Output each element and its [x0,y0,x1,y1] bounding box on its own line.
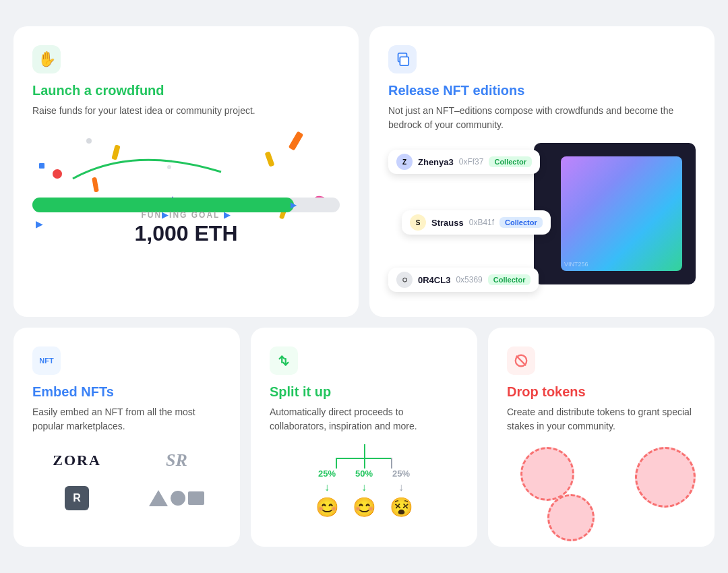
username-2: Strauss [431,218,464,228]
funding-goal-amount: 1,000 ETH [32,221,340,246]
collector-tag-2: Collector [499,217,543,228]
embed-logos: ZORA SR R [32,447,221,512]
emoji-1: 😊 [315,496,339,518]
split-branches: 25% ↓ 😊 50% ↓ 😊 25% ↓ 😵 [315,469,413,518]
bottom-row: NFT Embed NFTs Easily embed an NFT from … [13,328,715,547]
svg-rect-1 [400,57,408,65]
crowdfund-visual: ▶ ▶ FUN▶ING GOAL ▶ 1,000 ETH [32,125,340,273]
logo-sr: SR [132,447,221,474]
avatar-strauss: S [410,214,426,231]
token-1 [520,447,574,501]
split-visual: 25% ↓ 😊 50% ↓ 😊 25% ↓ 😵 [270,444,458,518]
embed-nfts-card: NFT Embed NFTs Easily embed an NFT from … [13,328,240,547]
drop-visual [507,447,696,528]
arrow-3: ↓ [398,481,404,493]
pct-2: 50% [355,469,373,479]
funding-goal: FUN▶ING GOAL ▶ 1,000 ETH [32,210,340,246]
drop-desc: Create and distribute tokens to grant sp… [507,405,696,433]
split-icon [270,346,298,375]
drop-icon [507,346,535,375]
address-1: 0xFf37 [459,157,484,167]
funding-goal-label: FUN▶ING GOAL ▶ [32,210,340,220]
logo-zora: ZORA [32,447,121,474]
shape-rect [188,491,204,505]
svg-line-3 [516,356,526,365]
collector-badge-1: Z Zhenya3 0xFf37 Collector [388,150,540,174]
arrow-1: ↓ [324,481,330,493]
pct-3: 25% [392,469,410,479]
split-card: Split it up Automatically direct proceed… [251,328,477,547]
nft-editions-title: Release NFT editions [388,83,696,98]
nft-editions-icon [388,45,417,73]
crowdfund-desc: Raise funds for your latest idea or comm… [32,104,340,118]
embed-title: Embed NFTs [32,384,221,400]
address-2: 0xB41f [469,218,494,227]
split-desc: Automatically direct proceeds to collabo… [270,405,458,433]
emoji-2: 😊 [353,496,376,518]
crowdfund-icon: ✋ [32,45,61,73]
nft-visual: VINT256 ▪▪ WINJSE WNJSE 3B21 ▪▪ WINDMILL… [388,143,696,298]
logo-r: R [32,485,121,512]
collector-badge-3: ⬡ 0R4CL3 0x5369 Collector [388,268,539,292]
progress-arrow: ▶ [291,200,297,210]
embed-icon: NFT [32,346,61,375]
collector-tag-3: Collector [488,274,531,285]
crowdfund-card: ✋ Launch a crowdfund Raise funds for you… [13,26,359,317]
embed-desc: Easily embed an NFT from all the most po… [32,405,221,433]
address-3: 0x5369 [456,275,482,284]
emoji-3: 😵 [390,496,413,518]
drop-title: Drop tokens [507,384,696,400]
main-grid: ✋ Launch a crowdfund Raise funds for you… [13,26,715,547]
crowdfund-title: Launch a crowdfund [32,83,340,98]
token-3 [547,494,595,541]
pct-1: 25% [318,469,336,479]
shape-circle [171,491,185,506]
shape-triangle [149,490,168,506]
drop-tokens-card: Drop tokens Create and distribute tokens… [488,328,715,547]
avatar-oracle: ⬡ [396,272,413,288]
avatar-zhenya: Z [396,154,413,170]
nft-editions-card: Release NFT editions Not just an NFT–edi… [369,26,715,317]
username-3: 0R4CL3 [418,275,450,285]
split-branch-2: 50% ↓ 😊 [353,469,376,518]
split-title: Split it up [270,384,458,400]
token-2 [635,447,696,508]
arrow-2: ↓ [361,481,367,493]
nft-editions-desc: Not just an NFT–editions compose with cr… [388,104,696,132]
logo-shapes [132,485,221,512]
collector-tag-1: Collector [489,156,532,167]
username-1: Zhenya3 [418,157,454,167]
collector-badge-2: S Strauss 0xB41f Collector [402,210,551,235]
split-branch-1: 25% ↓ 😊 [315,469,339,518]
split-branch-3: 25% ↓ 😵 [390,469,413,518]
split-connector [317,444,411,469]
nft-gradient-card: VINT256 [561,156,682,271]
